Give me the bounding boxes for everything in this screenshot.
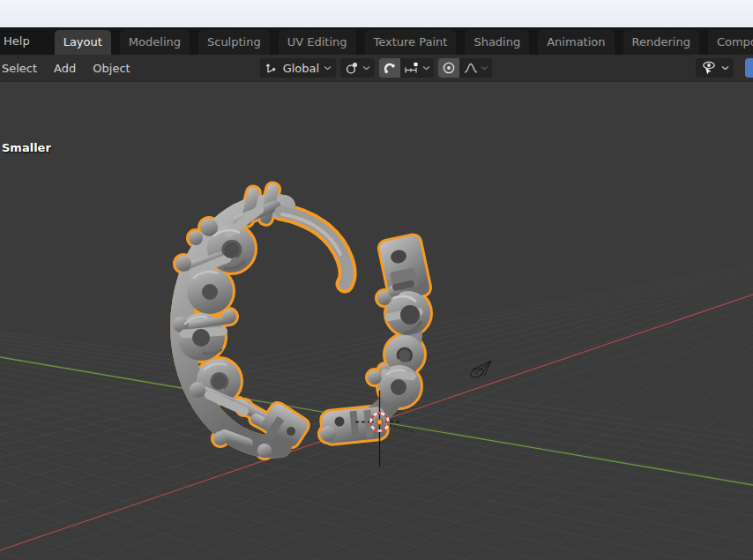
orientation-label: Global — [283, 62, 319, 75]
snap-toggle-button[interactable] — [379, 58, 400, 78]
gizmo-toggle-button-clipped[interactable] — [745, 58, 753, 78]
chevron-down-icon — [721, 65, 729, 71]
tab-animation[interactable]: Animation — [538, 30, 614, 55]
viewport-canvas — [0, 82, 753, 560]
header-widgets: Global — [260, 58, 496, 78]
tab-sculpting[interactable]: Sculpting — [198, 30, 270, 55]
viewport-3d[interactable]: Smaller — [0, 82, 753, 560]
workspace-tabs: Layout Modeling Sculpting UV Editing Tex… — [55, 27, 753, 55]
proportional-editing-icon — [442, 61, 456, 75]
orientation-axes-icon — [265, 61, 279, 75]
falloff-dropdown[interactable] — [459, 58, 492, 78]
tab-rendering[interactable]: Rendering — [623, 30, 699, 55]
object-type-visibility-dropdown[interactable] — [696, 58, 734, 78]
chevron-down-icon — [324, 65, 332, 71]
tab-texture-paint[interactable]: Texture Paint — [365, 30, 457, 55]
transform-orientation-dropdown[interactable]: Global — [260, 58, 336, 78]
selectability-visibility-icon — [700, 60, 718, 76]
pivot-point-dropdown[interactable] — [340, 58, 375, 78]
snapping-group — [379, 58, 434, 78]
topbar: Help Layout Modeling Sculpting UV Editin… — [0, 27, 753, 55]
menu-help[interactable]: Help — [0, 34, 39, 55]
menu-object[interactable]: Object — [93, 62, 130, 75]
chevron-down-icon — [481, 65, 488, 71]
tab-compositing[interactable]: Compositing — [708, 30, 753, 55]
horizon-fade — [0, 223, 753, 325]
menu-add[interactable]: Add — [54, 62, 76, 75]
snap-increment-icon — [404, 61, 420, 75]
chevron-down-icon — [362, 65, 370, 71]
menu-select[interactable]: Select — [2, 62, 37, 75]
falloff-curve-icon — [463, 61, 479, 75]
tab-uv-editing[interactable]: UV Editing — [279, 30, 356, 55]
pivot-point-icon — [345, 61, 360, 75]
chevron-down-icon — [422, 65, 430, 71]
tab-layout[interactable]: Layout — [55, 30, 111, 55]
magnet-icon — [383, 61, 397, 75]
proportional-editing-toggle[interactable] — [438, 58, 459, 78]
viewport-header: Select Add Object Global — [0, 55, 753, 82]
tab-shading[interactable]: Shading — [465, 30, 529, 55]
snap-settings-dropdown[interactable] — [400, 58, 434, 78]
foreign-window-strip — [0, 0, 753, 27]
proportional-editing-group — [438, 58, 492, 78]
header-right-cluster — [696, 58, 753, 78]
tab-modeling[interactable]: Modeling — [120, 30, 190, 55]
operator-panel-label[interactable]: Smaller — [2, 141, 51, 154]
